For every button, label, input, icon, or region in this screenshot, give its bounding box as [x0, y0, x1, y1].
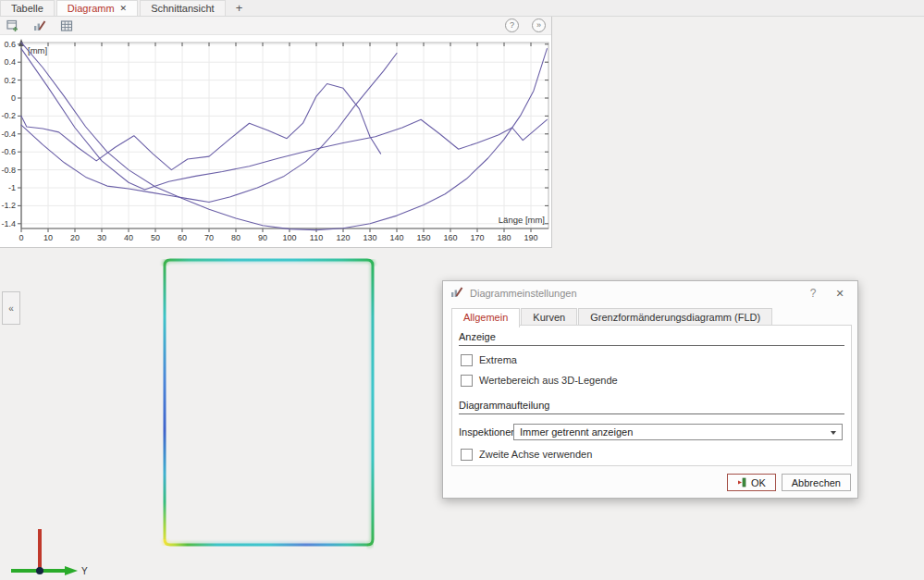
- dialog-tab-page-allgemein: Anzeige Extrema Wertebereich aus 3D-Lege…: [451, 325, 852, 466]
- document-tabstrip: Tabelle Diagramm ✕ Schnittansicht +: [0, 0, 924, 17]
- x-tick-label: 160: [443, 233, 457, 242]
- tab-diagramm[interactable]: Diagramm ✕: [56, 0, 138, 16]
- collapse-sidebar-button[interactable]: «: [2, 291, 20, 325]
- x-tick-label: 80: [231, 233, 240, 242]
- diagram-settings-dialog: Diagrammeinstellungen ? ✕ Allgemein Kurv…: [442, 280, 858, 499]
- x-tick-label: 130: [363, 233, 376, 242]
- dialog-titlebar[interactable]: Diagrammeinstellungen ? ✕: [443, 281, 857, 305]
- table-icon[interactable]: [59, 19, 73, 32]
- extrema-checkbox[interactable]: [461, 354, 473, 366]
- diagram-panel: ? » 010203040506070809010011012013014015…: [0, 17, 552, 248]
- y-tick-label: 0.2: [4, 76, 16, 85]
- x-tick-label: 0: [18, 233, 23, 242]
- checkbox-row-extrema[interactable]: Extrema: [461, 353, 844, 366]
- x-tick-label: 70: [204, 233, 214, 242]
- checkbox-row-zweite-achse[interactable]: Zweite Achse verwenden: [461, 448, 844, 461]
- x-tick-label: 140: [389, 233, 403, 242]
- ok-button-label: OK: [751, 477, 766, 488]
- x-tick-label: 40: [124, 233, 133, 242]
- series-curve-1: [21, 43, 547, 230]
- wertebereich-checkbox[interactable]: [461, 375, 473, 387]
- x-axis-label: Länge [mm]: [499, 215, 545, 225]
- inspektionen-label: Inspektionen: [459, 426, 507, 438]
- y-tick-label: -0.2: [1, 111, 16, 120]
- triad-y-arrowhead: [65, 566, 78, 575]
- zweite-achse-label: Zweite Achse verwenden: [479, 449, 592, 460]
- group-header-anzeige: Anzeige: [459, 329, 844, 346]
- x-tick-label: 30: [97, 233, 106, 242]
- ok-button[interactable]: OK: [727, 474, 776, 491]
- tab-label: Diagramm: [68, 3, 115, 14]
- tab-close-icon[interactable]: ✕: [120, 5, 128, 13]
- x-tick-label: 20: [70, 233, 80, 242]
- y-tick-label: -1.4: [1, 219, 16, 228]
- extrema-label: Extrema: [479, 354, 517, 365]
- x-tick-label: 50: [151, 233, 160, 242]
- dialog-buttons: OK Abbrechen: [727, 474, 851, 491]
- expand-panel-icon[interactable]: »: [532, 19, 546, 32]
- inspektionen-row: Inspektionen Immer getrennt anzeigen: [459, 424, 844, 440]
- checkbox-row-wertebereich[interactable]: Wertebereich aus 3D-Legende: [461, 374, 844, 387]
- x-tick-label: 60: [178, 233, 187, 242]
- x-tick-label: 100: [282, 233, 296, 242]
- x-tick-label: 170: [470, 233, 484, 242]
- diagram-settings-icon[interactable]: [32, 19, 46, 32]
- dialog-icon: [450, 286, 463, 301]
- x-tick-label: 190: [524, 233, 537, 242]
- y-tick-label: -0.6: [1, 147, 16, 156]
- y-tick-label: -1: [8, 183, 16, 192]
- dialog-tab-kurven[interactable]: Kurven: [521, 308, 577, 327]
- cancel-button[interactable]: Abbrechen: [782, 474, 851, 491]
- y-tick-label: -0.8: [1, 166, 16, 175]
- x-tick-label: 120: [336, 233, 350, 242]
- inspektionen-dropdown-value: Immer getrennt anzeigen: [520, 426, 633, 438]
- y-tick-label: -1.2: [1, 201, 16, 210]
- x-tick-label: 180: [497, 233, 511, 242]
- y-tick-label: -0.4: [1, 130, 16, 139]
- x-tick-label: 150: [416, 233, 430, 242]
- new-tab-button[interactable]: +: [228, 0, 252, 16]
- chevron-down-icon: [831, 431, 836, 435]
- diagram-toolbar: ? »: [0, 17, 551, 35]
- dialog-tab-allgemein[interactable]: Allgemein: [451, 308, 520, 327]
- tab-tabelle[interactable]: Tabelle: [0, 0, 55, 16]
- coordinate-triad: Y: [0, 511, 120, 580]
- dialog-tabs: Allgemein Kurven Grenzformänderungsdiagr…: [451, 308, 773, 327]
- help-icon[interactable]: ?: [505, 19, 519, 32]
- plot-frame: [21, 43, 548, 228]
- add-diagram-icon[interactable]: [6, 19, 19, 32]
- y-tick-label: 0.6: [4, 40, 16, 49]
- triad-origin-dot: [36, 567, 43, 574]
- group-header-diagrammaufteilung: Diagrammaufteilung: [459, 398, 844, 414]
- zweite-achse-checkbox[interactable]: [461, 449, 473, 461]
- y-tick-label: 0.4: [4, 57, 16, 67]
- dialog-close-button[interactable]: ✕: [830, 288, 850, 300]
- tab-label: Schnittansicht: [151, 3, 214, 14]
- ok-icon: [737, 477, 747, 487]
- triad-y-label: Y: [81, 566, 88, 576]
- cancel-button-label: Abbrechen: [792, 477, 841, 488]
- dialog-tab-fld[interactable]: Grenzformänderungsdiagramm (FLD): [578, 308, 772, 327]
- dialog-help-button[interactable]: ?: [803, 287, 823, 300]
- part-outline-3d[interactable]: [148, 250, 388, 555]
- x-tick-label: 110: [310, 233, 323, 242]
- wertebereich-label: Wertebereich aus 3D-Legende: [479, 375, 618, 386]
- y-tick-label: 0: [11, 93, 16, 103]
- diagram-chart[interactable]: 0102030405060708090100110120130140150160…: [0, 35, 552, 248]
- inspektionen-dropdown[interactable]: Immer getrennt anzeigen: [513, 424, 843, 440]
- tab-label: Tabelle: [11, 3, 43, 14]
- x-tick-label: 90: [258, 233, 267, 242]
- dialog-title: Diagrammeinstellungen: [470, 288, 796, 299]
- series-curve-2: [21, 49, 547, 190]
- tab-schnittansicht[interactable]: Schnittansicht: [140, 0, 225, 16]
- x-tick-label: 10: [43, 233, 53, 242]
